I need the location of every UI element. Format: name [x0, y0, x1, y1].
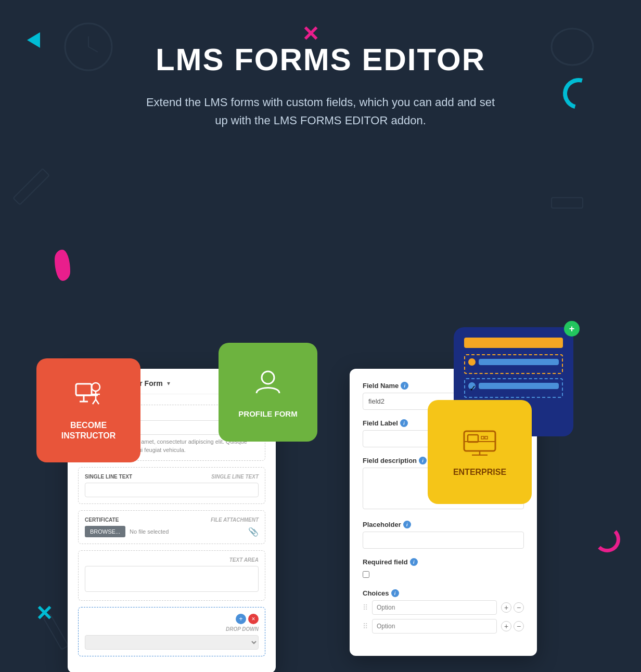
certificate-field-group: CERTIFICATE File Attachment BROWSE... No…: [78, 510, 265, 544]
choice-2-remove-button[interactable]: −: [514, 621, 524, 631]
profile-form-label: PROFILE FORM: [238, 409, 297, 418]
fb-bar-blue-2: [479, 383, 559, 389]
arc-pink-deco-icon: [594, 526, 620, 552]
browse-button[interactable]: BROWSE...: [85, 526, 125, 537]
choice-2-actions: + −: [501, 621, 524, 631]
fb-dot-orange: [468, 358, 476, 366]
single-line-input[interactable]: [85, 483, 259, 497]
choice-1-add-button[interactable]: +: [501, 602, 511, 613]
fb-row-2: ✓: [468, 382, 559, 390]
field-label-info-icon: i: [400, 419, 408, 427]
svg-point-19: [262, 371, 274, 384]
dropdown-label: Drop Down: [85, 626, 259, 632]
svg-point-14: [92, 383, 100, 391]
single-line-label: SINGLE LINE TEXT Single Line Text: [85, 474, 259, 480]
fb-item-1: [464, 338, 563, 348]
svg-rect-21: [468, 435, 478, 442]
textarea-input[interactable]: [85, 566, 259, 592]
drag-handle-2-icon[interactable]: ⠿: [363, 622, 368, 630]
choice-1-remove-button[interactable]: −: [514, 602, 524, 613]
choice-2-add-button[interactable]: +: [501, 621, 511, 631]
fb-dashed-blue-row: ✓: [464, 378, 563, 398]
choice-2-input[interactable]: [372, 619, 497, 634]
action-remove-icon[interactable]: ×: [248, 614, 259, 624]
x-blue-deco-icon: ✕: [35, 601, 53, 625]
svg-line-18: [96, 399, 99, 404]
choice-1-input[interactable]: [372, 600, 497, 615]
dropdown-select[interactable]: [85, 635, 259, 650]
choice-2-row: ⠿ + −: [363, 619, 524, 634]
required-label: Required field i: [363, 558, 524, 566]
fb-dashed-row: [464, 354, 563, 374]
required-info-icon: i: [410, 558, 418, 566]
enterprise-icon: [461, 427, 498, 462]
page-title: LMS FORMS EDITOR: [0, 42, 641, 77]
become-instructor-card[interactable]: BECOME INSTRUCTOR: [36, 358, 140, 462]
enterprise-label: ENTERPRISE: [453, 468, 506, 477]
no-file-text: No file selected: [130, 528, 169, 535]
svg-rect-10: [76, 384, 92, 395]
choice-1-actions: + −: [501, 602, 524, 613]
browse-row: BROWSE... No file selected 📎: [85, 526, 259, 537]
dropdown-actions: + ×: [85, 614, 259, 624]
fb-bar-orange: [464, 338, 563, 348]
certificate-label: CERTIFICATE File Attachment: [85, 517, 259, 523]
drag-handle-1-icon[interactable]: ⠿: [363, 603, 368, 612]
choices-label: Choices i: [363, 589, 524, 597]
fb-dot-checked: ✓: [468, 382, 476, 390]
choices-row-group: Choices i ⠿ + − ⠿ + −: [363, 589, 524, 634]
textarea-label: Text Area: [85, 557, 259, 563]
placeholder-row: Placeholder i: [363, 521, 524, 549]
instructor-icon: [72, 380, 106, 415]
placeholder-input[interactable]: [363, 532, 524, 549]
required-checkbox[interactable]: [363, 571, 369, 578]
choices-info-icon: i: [391, 589, 399, 597]
cards-area: BECOME INSTRUCTOR Become Instructor Form…: [0, 161, 641, 514]
choice-1-row: ⠿ + −: [363, 600, 524, 615]
dropdown-arrow-icon[interactable]: ▾: [167, 380, 170, 387]
paperclip-icon: 📎: [248, 527, 259, 537]
action-add-icon[interactable]: +: [236, 614, 246, 624]
plus-button[interactable]: +: [564, 321, 580, 337]
dropdown-field-group: + × Drop Down: [78, 607, 265, 656]
fb-bar-blue-1: [479, 359, 559, 365]
single-line-field-group: SINGLE LINE TEXT Single Line Text: [78, 467, 265, 504]
textarea-type: Text Area: [229, 557, 259, 563]
dropdown-type: Drop Down: [226, 626, 259, 632]
page-subtitle: Extend the LMS forms with custom fields,…: [138, 93, 503, 130]
profile-form-card[interactable]: PROFILE FORM: [219, 343, 317, 442]
single-line-type: Single Line Text: [211, 474, 259, 480]
textarea-field-group: Text Area: [78, 550, 265, 601]
placeholder-info-icon: i: [403, 521, 411, 528]
svg-line-17: [93, 399, 96, 404]
fb-row-1: [468, 358, 559, 366]
enterprise-card[interactable]: ENTERPRISE: [428, 400, 532, 504]
required-row: Required field i: [363, 558, 524, 580]
become-instructor-label: BECOME INSTRUCTOR: [61, 420, 116, 442]
field-desc-info-icon: i: [419, 457, 427, 464]
main-content: LMS FORMS EDITOR Extend the LMS forms wi…: [0, 0, 641, 130]
profile-icon: [252, 366, 284, 404]
field-name-info-icon: i: [401, 382, 408, 390]
placeholder-label: Placeholder i: [363, 521, 524, 528]
certificate-type: File Attachment: [211, 517, 259, 523]
